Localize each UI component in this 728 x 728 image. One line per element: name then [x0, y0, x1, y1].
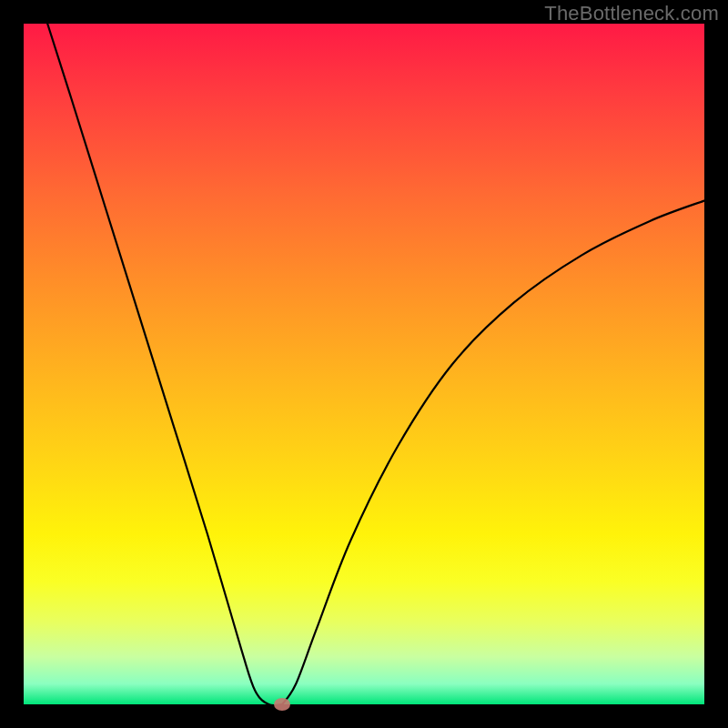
optimum-marker — [274, 698, 290, 711]
curve-plot — [24, 24, 704, 704]
watermark-text: TheBottleneck.com — [544, 2, 719, 25]
chart-area — [24, 24, 704, 704]
curve-left — [47, 24, 282, 704]
curve-right — [282, 200, 704, 704]
